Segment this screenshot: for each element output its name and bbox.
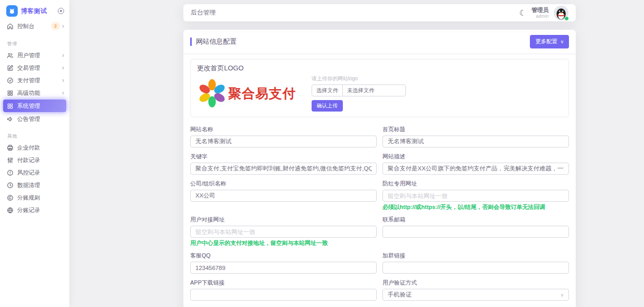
more-config-button[interactable]: 更多配置 ∨ bbox=[530, 35, 569, 48]
printer-icon bbox=[7, 144, 14, 151]
copyright-icon bbox=[7, 194, 14, 201]
chevron-down-icon: ∨ bbox=[560, 39, 564, 44]
dashboard-badge: 2 bbox=[51, 22, 60, 30]
confirm-upload-button[interactable]: 确认上传 bbox=[312, 100, 343, 112]
text-input-field[interactable] bbox=[190, 190, 377, 202]
user-meta: 管理员 admin bbox=[531, 7, 549, 19]
form-field: 开放注册开启∨ bbox=[190, 304, 377, 307]
field-label: 客服QQ bbox=[190, 252, 377, 260]
field-label: 网站名称 bbox=[190, 126, 377, 133]
text-input-field[interactable] bbox=[382, 136, 569, 148]
user-avatar[interactable] bbox=[554, 6, 568, 20]
text-input-field[interactable] bbox=[190, 226, 377, 238]
sidebar-item[interactable]: 高级功能› bbox=[0, 87, 69, 99]
sidebar-item[interactable]: 数据清理 bbox=[0, 179, 69, 191]
chevron-right-icon: › bbox=[62, 23, 64, 29]
select-field[interactable]: 手机验证∨ bbox=[382, 289, 569, 301]
field-label: 用户验证方式 bbox=[382, 279, 569, 287]
sidebar-item-label: 分账记录 bbox=[17, 206, 40, 214]
sidebar-item[interactable]: 企业付款 bbox=[0, 142, 69, 153]
field-hint: 用户中心显示的支付对接地址，留空则与本站网址一致 bbox=[190, 240, 377, 247]
sidebar-item[interactable]: 支付管理› bbox=[0, 75, 69, 86]
form-field: 联系邮箱 bbox=[382, 214, 569, 247]
sidebar-item-label: 分账规则 bbox=[17, 194, 40, 201]
speaker-icon bbox=[7, 116, 14, 122]
field-label: 首页标题 bbox=[382, 126, 569, 133]
sidebar-item-label: 风控记录 bbox=[17, 169, 40, 176]
form-field: 关键字 bbox=[190, 151, 377, 175]
sidebar-item[interactable]: 交易管理› bbox=[0, 62, 69, 73]
form-field: 注册后如不填结算账户否∨如不做平台代付，可设置为是 bbox=[382, 304, 569, 307]
app-title: 博客测试 bbox=[21, 7, 47, 16]
form-field: 加群链接 bbox=[382, 250, 569, 274]
chevron-down-icon: ∨ bbox=[560, 292, 564, 298]
sidebar-item-label: 控制台 bbox=[17, 22, 34, 30]
home-icon bbox=[7, 23, 14, 30]
field-label: 加群链接 bbox=[382, 252, 569, 260]
sidebar-menu: 管理用户管理›交易管理›支付管理›高级功能›系统管理公告管理其他企业付款付款记录… bbox=[0, 41, 69, 216]
sidebar-collapse-icon[interactable] bbox=[58, 8, 64, 14]
text-input-field[interactable] bbox=[382, 163, 569, 175]
sidebar-item[interactable]: 公告管理 bbox=[0, 113, 69, 125]
form-field: 防红专用网址必须以http://或https://开头，以/结尾，否则会导致订单… bbox=[382, 178, 569, 211]
grid-icon bbox=[7, 90, 14, 96]
sidebar-item-label: 数据清理 bbox=[17, 181, 40, 189]
form-field: APP下载链接 bbox=[190, 277, 377, 301]
upload-hint-label: 请上传你的网站logo bbox=[312, 75, 406, 82]
sidebar-item[interactable]: 用户管理› bbox=[0, 50, 69, 61]
logo-text: 聚合易支付 bbox=[228, 85, 296, 102]
field-label: 公司/组织名称 bbox=[190, 180, 377, 188]
divider bbox=[183, 54, 576, 54]
text-input-field[interactable] bbox=[382, 190, 569, 202]
topbar-actions: ☾ 管理员 admin bbox=[519, 6, 568, 20]
sidebar-item-label: 企业付款 bbox=[17, 144, 40, 151]
chevron-right-icon: › bbox=[62, 53, 64, 58]
text-input-field[interactable] bbox=[190, 289, 377, 301]
sidebar-item-dashboard[interactable]: 控制台 2 › bbox=[0, 20, 69, 32]
sidebar-item-label: 公告管理 bbox=[17, 115, 40, 122]
dark-mode-moon-icon[interactable]: ☾ bbox=[519, 9, 526, 17]
sidebar-item-label: 支付管理 bbox=[17, 77, 40, 84]
sidebar-header: 博客测试 bbox=[0, 0, 69, 19]
field-label: 用户对接网址 bbox=[190, 216, 377, 224]
field-label: 网站描述 bbox=[382, 153, 569, 161]
text-input-field[interactable] bbox=[190, 163, 377, 175]
more-config-label: 更多配置 bbox=[535, 38, 557, 45]
sidebar-item[interactable]: 风控记录 bbox=[0, 167, 69, 178]
sidebar-item[interactable]: 分账规则 bbox=[0, 192, 69, 203]
form-field: 网站名称 bbox=[190, 124, 377, 148]
sidebar-item[interactable]: 系统管理 bbox=[3, 100, 66, 112]
text-input-field[interactable] bbox=[382, 262, 569, 274]
sliders-icon bbox=[7, 157, 14, 164]
file-status-text: 未选择文件 bbox=[343, 87, 379, 94]
logo-file-input[interactable]: 选择文件 未选择文件 bbox=[312, 84, 406, 96]
form-field: 客服QQ bbox=[190, 250, 377, 274]
sidebar-item[interactable]: 分账记录 bbox=[0, 204, 69, 216]
check-circle-icon bbox=[7, 77, 14, 84]
logo-upload-section: 更改首页LOGO 聚合易支付 请上传你的网站logo bbox=[190, 59, 569, 117]
form-field: 网站描述 bbox=[382, 151, 569, 175]
app-logo-icon bbox=[6, 5, 18, 17]
sidebar-item[interactable]: 付款记录 bbox=[0, 154, 69, 166]
form-field: 用户验证方式手机验证∨ bbox=[382, 277, 569, 301]
flower-logo-icon bbox=[197, 78, 227, 108]
choose-file-button[interactable]: 选择文件 bbox=[312, 85, 343, 96]
field-label: 联系邮箱 bbox=[382, 216, 569, 224]
grid-icon bbox=[7, 103, 14, 109]
chevron-right-icon: › bbox=[62, 78, 64, 83]
card-title: 网站信息配置 bbox=[190, 38, 237, 46]
logo-section-title: 更改首页LOGO bbox=[197, 64, 562, 73]
current-site-logo: 聚合易支付 bbox=[197, 78, 296, 108]
form-field: 首页标题 bbox=[382, 124, 569, 148]
text-input-field[interactable] bbox=[190, 136, 377, 148]
text-input-field[interactable] bbox=[190, 262, 377, 274]
nav-section-label: 其他 bbox=[7, 133, 69, 140]
page-title: 后台管理 bbox=[191, 8, 216, 17]
clock-icon bbox=[7, 182, 14, 189]
nav-section-label: 管理 bbox=[7, 41, 69, 47]
field-label: 防红专用网址 bbox=[382, 180, 569, 188]
users-icon bbox=[7, 52, 14, 59]
text-input-field[interactable] bbox=[382, 226, 569, 238]
sidebar-item-label: 交易管理 bbox=[17, 64, 40, 71]
select-value: 手机验证 bbox=[388, 291, 412, 299]
